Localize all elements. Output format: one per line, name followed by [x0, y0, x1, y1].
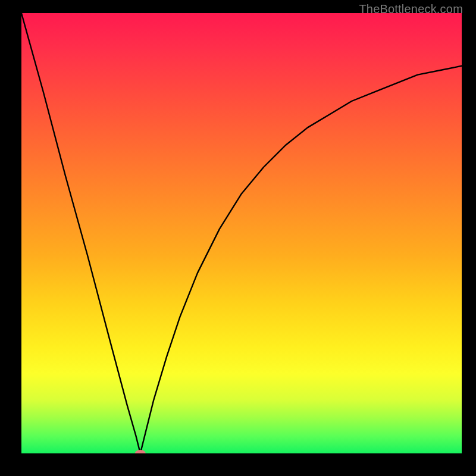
bottleneck-curve — [21, 13, 462, 453]
chart-frame: TheBottleneck.com — [0, 0, 476, 476]
plot-area — [21, 13, 462, 453]
minimum-marker — [135, 450, 146, 453]
curve-svg — [21, 13, 462, 453]
